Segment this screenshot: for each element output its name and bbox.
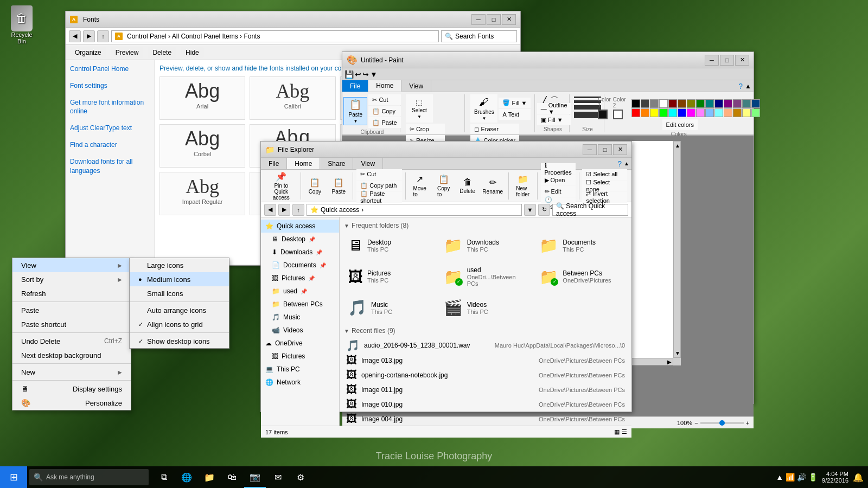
delete-button[interactable]: 🗑 Delete <box>457 175 478 196</box>
taskbar-volume-icon[interactable]: 🔊 <box>797 473 806 481</box>
explorer-close-button[interactable]: ✕ <box>613 144 627 155</box>
fonts-organize-button[interactable]: Organize <box>70 47 106 58</box>
zoom-out-icon[interactable]: − <box>694 420 698 426</box>
folder-pictures[interactable]: 🖼 Pictures This PC <box>344 262 436 291</box>
properties-button[interactable]: ℹ Properties <box>541 163 576 174</box>
start-button[interactable]: ⊞ <box>0 466 27 488</box>
explorer-refresh-button[interactable]: ↻ <box>538 204 550 216</box>
sub-auto-arrange[interactable]: Auto arrange icons <box>130 303 229 317</box>
ctx-display[interactable]: 🖥 Display settings <box>12 382 131 396</box>
file-img004[interactable]: 🖼 Image 004.jpg OneDrive\Pictures\Betwee… <box>344 412 627 426</box>
sidebar-link-cleartype[interactable]: Adjust ClearType text <box>70 124 150 133</box>
move-to-button[interactable]: ↗ Moveto <box>409 172 431 200</box>
crop-button[interactable]: ✂ Crop <box>406 124 445 134</box>
sidebar-item-downloads[interactable]: ⬇ Downloads 📌 <box>261 246 339 259</box>
paste-button-exp[interactable]: 📋 Paste <box>328 175 349 197</box>
sub-align-grid[interactable]: ✓ Align icons to grid <box>130 317 229 331</box>
zoom-in-icon[interactable]: + <box>746 420 749 426</box>
paint-undo-icon[interactable]: ↩ <box>355 70 361 79</box>
taskbar-clock[interactable]: 4:04 PM 9/22/2016 <box>822 471 848 484</box>
paint-hscrollbar-right[interactable]: ▶ <box>666 359 673 365</box>
copy-to-button[interactable]: 📋 Copyto <box>433 172 455 200</box>
taskbar-files-button[interactable]: 📁 <box>199 466 220 488</box>
color-tan[interactable] <box>733 108 742 117</box>
size-4[interactable] <box>574 112 601 118</box>
fonts-search-box[interactable]: 🔍 Search Fonts <box>441 30 517 42</box>
sidebar-item-this-pc[interactable]: 💻 This PC <box>261 363 339 376</box>
brushes-button[interactable]: 🖌 Brushes ▼ <box>470 94 497 123</box>
paint-save-icon[interactable]: 💾 <box>344 70 354 79</box>
sub-large-icons[interactable]: Large icons <box>130 258 229 272</box>
recycle-bin[interactable]: 🗑 RecycleBin <box>5 5 38 44</box>
color-orange-dark[interactable] <box>678 99 686 108</box>
sidebar-item-documents[interactable]: 📄 Documents 📌 <box>261 259 339 272</box>
sidebar-item-quick-access[interactable]: ⭐ Quick access <box>261 220 339 233</box>
fonts-up-button[interactable]: ↑ <box>97 30 109 42</box>
fill-shape-button[interactable]: ▣ Fill ▼ <box>537 114 571 125</box>
outline-button[interactable]: ― Outline ▼ <box>537 103 571 114</box>
new-folder-button[interactable]: 📁 Newfolder <box>512 172 534 200</box>
paint-minimize-button[interactable]: ─ <box>705 55 719 66</box>
sidebar-item-used[interactable]: 📁 used 📌 <box>261 285 339 298</box>
color2-swatch[interactable] <box>613 110 623 119</box>
cut-button[interactable]: ✂ Cut <box>368 94 400 105</box>
color-light-green[interactable] <box>751 108 760 117</box>
file-img010[interactable]: 🖼 Image 010.jpg OneDrive\Pictures\Betwee… <box>344 397 627 412</box>
sidebar-item-between-pcs[interactable]: 📁 Between PCs <box>261 298 339 311</box>
sub-small-icons[interactable]: Small icons <box>130 286 229 300</box>
folder-videos[interactable]: 🎬 Videos This PC <box>440 295 532 320</box>
font-item-impact[interactable]: Abg Impact Regular <box>159 172 245 215</box>
invert-selection-button[interactable]: ⇄ Invert selection <box>582 192 627 203</box>
paint-tab-home[interactable]: Home <box>368 80 401 92</box>
sub-show-desktop-icons[interactable]: ✓ Show desktop icons <box>130 334 229 348</box>
paint-scrollbar-down[interactable]: ▼ <box>674 349 680 357</box>
text-button[interactable]: A Text <box>499 109 531 120</box>
font-item-calibri[interactable]: Abg Calibri <box>250 76 335 120</box>
fonts-preview-button[interactable]: Preview <box>111 47 144 58</box>
explorer-tab-view[interactable]: View <box>353 158 383 169</box>
sidebar-item-onedrive[interactable]: ☁ OneDrive <box>261 337 339 350</box>
color-gray1[interactable] <box>641 99 649 108</box>
explorer-view-list-icon[interactable]: ▦ <box>614 428 620 435</box>
color-light-blue[interactable] <box>705 108 714 117</box>
taskbar-network-icon[interactable]: 📶 <box>786 473 795 481</box>
sidebar-item-network[interactable]: 🌐 Network <box>261 376 339 389</box>
explorer-minimize-button[interactable]: ─ <box>583 144 597 155</box>
taskbar-chevron-icon[interactable]: ▲ <box>776 473 783 481</box>
explorer-maximize-button[interactable]: □ <box>598 144 612 155</box>
color-orange[interactable] <box>641 108 649 117</box>
pin-to-quick-access-button[interactable]: 📌 Pin to Quickaccess <box>265 169 297 203</box>
explorer-up-button[interactable]: ↑ <box>292 204 304 216</box>
color-peach[interactable] <box>724 108 732 117</box>
folder-music[interactable]: 🎵 Music This PC <box>344 295 436 320</box>
paste-button[interactable]: 📋 Paste ▼ <box>343 97 367 125</box>
cortana-bar[interactable]: 🔍 Ask me anything <box>29 469 149 485</box>
color-green-dark[interactable] <box>696 99 705 108</box>
color-magenta[interactable] <box>687 108 695 117</box>
cut-button-exp[interactable]: ✂ Cut <box>356 169 402 180</box>
taskbar-store-button[interactable]: 🛍 <box>221 466 243 488</box>
explorer-forward-button[interactable]: ▶ <box>278 204 290 216</box>
folder-between-pcs[interactable]: 📁 ✓ Between PCs OneDrive\Pictures <box>535 262 627 291</box>
explorer-search-box[interactable]: 🔍 Search Quick access <box>552 204 628 216</box>
fonts-address-path[interactable]: A Control Panel › All Control Panel Item… <box>111 30 439 42</box>
fonts-back-button[interactable]: ◀ <box>69 30 81 42</box>
color-cyan[interactable] <box>668 108 677 117</box>
color-green[interactable] <box>659 108 668 117</box>
ctx-next-bg[interactable]: Next desktop background <box>12 348 131 362</box>
size-1[interactable] <box>574 97 601 98</box>
copy-button-exp[interactable]: 📋 Copy <box>304 175 326 197</box>
edit-colors-button[interactable]: Edit colors <box>662 119 698 130</box>
size-2[interactable] <box>574 100 601 103</box>
color-sky[interactable] <box>714 108 723 117</box>
sub-medium-icons[interactable]: ● Medium icons <box>130 272 229 286</box>
fonts-forward-button[interactable]: ▶ <box>83 30 95 42</box>
ctx-personalize[interactable]: 🎨 Personalize <box>12 396 131 410</box>
explorer-tab-share[interactable]: Share <box>320 158 353 169</box>
file-audio[interactable]: 🎵 audio_2016-09-15_1238_00001.wav Mauro … <box>344 338 627 353</box>
ctx-sort-by[interactable]: Sort by ▶ <box>12 272 131 286</box>
explorer-view-details-icon[interactable]: ☰ <box>622 428 627 435</box>
paint-help-icon[interactable]: ? <box>738 82 743 91</box>
ctx-paste[interactable]: Paste <box>12 303 131 317</box>
explorer-address-dropdown[interactable]: ▼ <box>524 204 536 216</box>
